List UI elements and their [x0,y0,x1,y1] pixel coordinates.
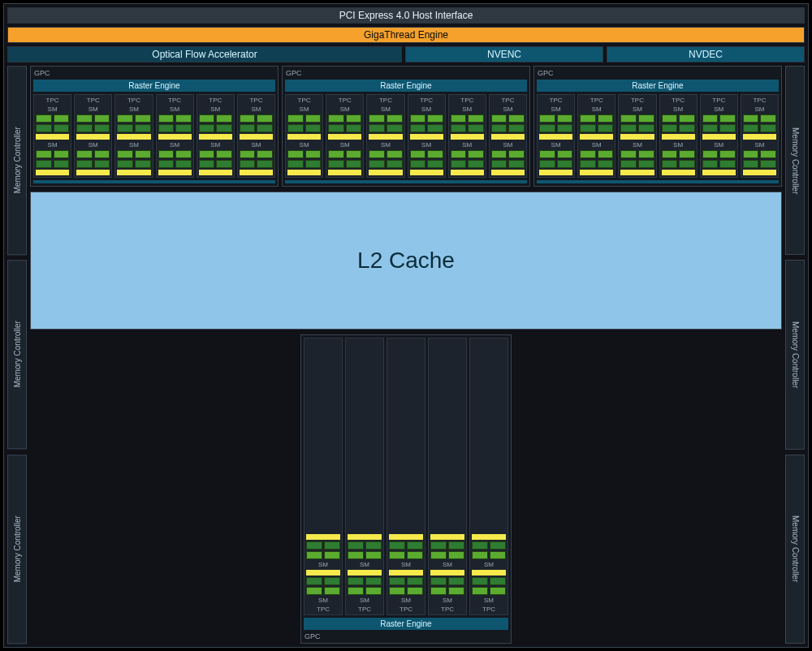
l2-cache: L2 Cache [30,192,782,330]
cuda-core [216,150,232,158]
tpc-block: TPCSMSM [537,94,575,178]
memory-controller: Memory Controller [785,455,805,644]
core-row [580,124,613,132]
sm-block: SM [451,106,484,140]
nvenc-block: NVENC [405,46,603,63]
cuda-core [117,114,133,123]
cuda-core [305,160,322,168]
cuda-core [257,124,273,132]
cuda-core [620,150,637,158]
cuda-core [306,577,322,585]
cuda-core [387,114,403,123]
core-row [117,160,150,168]
core-row [389,551,423,559]
core-row [76,160,110,168]
sm-block: SM [580,141,613,175]
sm-label: SM [743,141,776,149]
cuda-core [679,150,695,158]
core-row [743,124,776,132]
core-row [410,124,443,132]
core-row [158,124,192,132]
cuda-core [598,150,614,158]
sm-block: SM [580,106,613,140]
gpc-edge [33,180,275,183]
tpc-row: TPCSMSMTPCSMSMTPCSMSMTPCSMSMTPCSMSMTPCSM… [285,94,527,178]
core-row [620,124,654,132]
sm-block: SM [369,106,402,140]
sm-label: SM [117,141,150,149]
rt-core [199,134,232,140]
cuda-core [216,160,232,168]
cuda-core [468,160,484,168]
cuda-core [135,160,151,168]
rt-core [158,170,192,175]
cuda-core [117,124,133,132]
core-row [539,150,572,158]
sm-block: SM [430,534,464,568]
cuda-core [389,541,405,550]
core-row [199,160,232,168]
tpc-label: TPC [702,97,736,104]
optical-flow-accelerator: Optical Flow Accelerator [7,46,402,63]
sm-label: SM [662,106,695,113]
cuda-core [491,124,508,132]
cuda-core [94,150,110,158]
cuda-core [348,587,364,595]
gpc-edge [537,180,779,183]
cuda-core [54,160,70,168]
cuda-core [491,150,508,158]
cuda-core [324,541,340,550]
cuda-core [199,114,215,123]
memory-controller-col-right: Memory ControllerMemory ControllerMemory… [785,66,805,644]
cuda-core [719,124,736,132]
core-row [491,124,525,132]
core-row [199,150,232,158]
gpc-label: GPC [537,69,779,77]
cuda-core [760,150,776,158]
cuda-core [216,124,232,132]
cuda-core [216,114,232,123]
core-row [662,150,695,158]
rt-core [472,570,506,576]
rt-core [199,170,232,175]
rt-core [743,170,776,175]
core-row [662,124,695,132]
tpc-block: TPCSMSM [387,338,425,615]
rt-core [472,534,506,540]
core-row [240,114,273,123]
cuda-core [328,124,344,132]
cuda-core [287,114,304,123]
sm-block: SM [348,570,382,604]
gpc-top-row: GPCRaster EngineTPCSMSMTPCSMSMTPCSMSMTPC… [30,66,782,187]
cuda-core [135,114,151,123]
core-row [306,587,340,595]
engine-row: Optical Flow Accelerator NVENC NVDEC [7,46,805,63]
tpc-block: TPCSMSM [428,338,467,615]
gpc-block: GPCRaster EngineTPCSMSMTPCSMSMTPCSMSMTPC… [30,66,279,187]
sm-block: SM [240,106,273,140]
rt-core [580,170,613,175]
rt-core [117,134,150,140]
cuda-core [306,587,322,595]
core-row [539,124,572,132]
cuda-core [580,150,596,158]
core-row [369,150,402,158]
tpc-block: TPCSMSM [304,338,343,615]
sm-label: SM [702,106,736,113]
rt-core [539,170,572,175]
cuda-core [491,160,508,168]
cuda-core [135,124,151,132]
core-row [76,124,110,132]
cuda-core [448,577,464,585]
tpc-block: TPCSMSM [74,94,112,178]
cuda-core [117,160,133,168]
rt-core [430,570,464,576]
cuda-core [451,160,467,168]
tpc-block: TPCSMSM [448,94,486,178]
cuda-core [76,150,93,158]
sm-block: SM [328,106,361,140]
memory-controller: Memory Controller [7,66,27,255]
sm-block: SM [743,106,776,140]
cuda-core [468,114,484,123]
cuda-core [175,114,192,123]
